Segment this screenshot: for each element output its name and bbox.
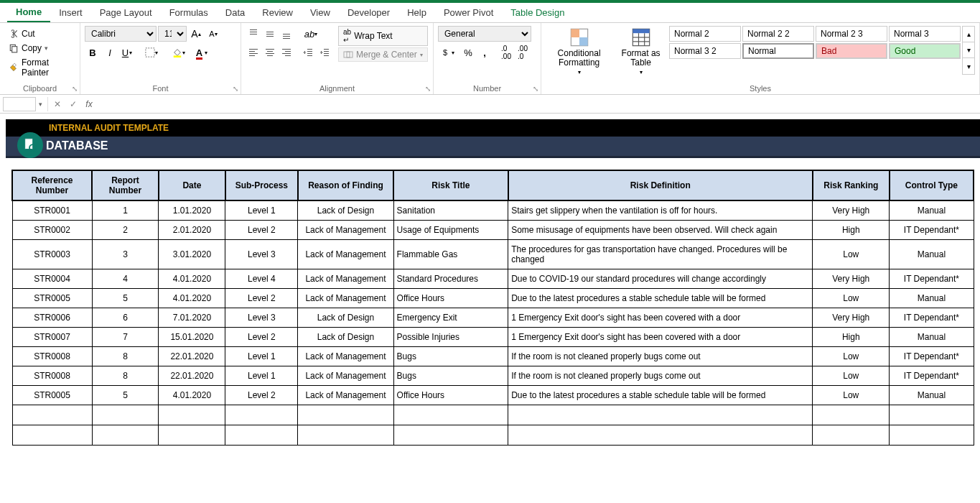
cell-style-normal-3[interactable]: Normal 3 — [889, 26, 961, 42]
tab-developer[interactable]: Developer — [339, 3, 398, 22]
cell-date[interactable]: 15.01.2020 — [159, 328, 225, 347]
table-row[interactable]: STR000111.01.2020Level 1Lack of DesignSa… — [12, 200, 974, 221]
table-row[interactable]: STR000222.01.2020Level 2Lack of Manageme… — [12, 221, 974, 240]
cell-title[interactable]: Bugs — [393, 366, 508, 386]
cell-ctrl[interactable]: IT Dependant* — [890, 269, 974, 289]
column-header[interactable]: Control Type — [890, 170, 974, 200]
cell-rank[interactable]: Low — [813, 366, 890, 386]
column-header[interactable]: Risk Ranking — [813, 170, 890, 200]
underline-button[interactable]: U▾ — [119, 45, 135, 60]
clipboard-dialog-launcher[interactable]: ⤡ — [72, 85, 78, 93]
cell-title[interactable]: Usage of Equipments — [393, 221, 508, 240]
bold-button[interactable]: B — [85, 45, 101, 60]
cell-rep[interactable]: 5 — [92, 289, 159, 308]
cell-reason[interactable]: Lack of Design — [298, 308, 393, 328]
cell-ctrl[interactable]: IT Dependant* — [890, 308, 974, 328]
cell-date[interactable]: 7.01.2020 — [159, 308, 225, 328]
audit-table[interactable]: Reference NumberReport NumberDateSub-Pro… — [11, 170, 974, 446]
cell-rep[interactable]: 2 — [92, 221, 159, 240]
cell-def[interactable]: The procedures for gas transportation ha… — [508, 240, 813, 269]
accounting-format-button[interactable]: $▾ — [438, 45, 459, 60]
cell-reason[interactable]: Lack of Management — [298, 366, 393, 386]
number-dialog-launcher[interactable]: ⤡ — [533, 85, 538, 93]
cell-empty[interactable] — [225, 425, 298, 446]
cell-sub[interactable]: Level 1 — [225, 366, 298, 386]
cell-rep[interactable]: 1 — [92, 200, 159, 221]
column-header[interactable]: Sub-Process — [225, 170, 298, 200]
column-header[interactable]: Reason of Finding — [298, 170, 393, 200]
cell-ref[interactable]: STR0004 — [12, 269, 92, 289]
name-box[interactable] — [3, 97, 36, 111]
cell-reason[interactable]: Lack of Management — [298, 386, 393, 405]
cell-date[interactable]: 4.01.2020 — [159, 289, 225, 308]
merge-center-button[interactable]: Merge & Center ▾ — [338, 47, 428, 62]
cell-empty[interactable] — [813, 405, 890, 425]
cell-ref[interactable]: STR0003 — [12, 240, 92, 269]
cell-date[interactable]: 3.01.2020 — [159, 240, 225, 269]
table-row[interactable]: STR0008822.01.2020Level 1Lack of Managem… — [12, 366, 974, 386]
cell-sub[interactable]: Level 2 — [225, 221, 298, 240]
cell-ref[interactable]: STR0008 — [12, 366, 92, 386]
cell-ctrl[interactable]: Manual — [890, 200, 974, 221]
cell-sub[interactable]: Level 2 — [225, 386, 298, 405]
cell-sub[interactable]: Level 2 — [225, 289, 298, 308]
cell-date[interactable]: 2.01.2020 — [159, 221, 225, 240]
cell-rep[interactable]: 3 — [92, 240, 159, 269]
tab-view[interactable]: View — [302, 3, 339, 22]
cell-date[interactable]: 1.01.2020 — [159, 200, 225, 221]
cell-reason[interactable]: Lack of Management — [298, 269, 393, 289]
cell-empty[interactable] — [890, 425, 974, 446]
align-top-button[interactable] — [246, 26, 261, 42]
cell-ref[interactable]: STR0001 — [12, 200, 92, 221]
format-as-table-button[interactable]: Format as Table ▾ — [615, 26, 666, 77]
italic-button[interactable]: I — [102, 45, 118, 60]
cell-ctrl[interactable]: Manual — [890, 386, 974, 405]
cancel-formula-button[interactable]: ✕ — [50, 96, 65, 112]
cell-reason[interactable]: Lack of Management — [298, 347, 393, 366]
cell-reason[interactable]: Lack of Design — [298, 200, 393, 221]
cell-reason[interactable]: Lack of Management — [298, 240, 393, 269]
tab-formulas[interactable]: Formulas — [161, 3, 217, 22]
cell-def[interactable]: Due to the latest procedures a stable sc… — [508, 386, 813, 405]
align-left-button[interactable] — [246, 45, 261, 60]
styles-scroll-down[interactable]: ▾ — [963, 42, 974, 58]
cell-title[interactable]: Sanitation — [393, 200, 508, 221]
fill-color-button[interactable]: ▾ — [168, 45, 190, 60]
alignment-dialog-launcher[interactable]: ⤡ — [425, 85, 431, 93]
cell-date[interactable]: 22.01.2020 — [159, 347, 225, 366]
tab-table-design[interactable]: Table Design — [502, 3, 573, 22]
increase-indent-button[interactable] — [317, 45, 332, 60]
column-header[interactable]: Risk Title — [393, 170, 508, 200]
cell-title[interactable]: Possible Injuries — [393, 328, 508, 347]
cell-title[interactable]: Standard Procedures — [393, 269, 508, 289]
table-row[interactable]: STR000444.01.2020Level 4Lack of Manageme… — [12, 269, 974, 289]
column-header[interactable]: Date — [159, 170, 225, 200]
cell-sub[interactable]: Level 4 — [225, 269, 298, 289]
cell-ctrl[interactable]: Manual — [890, 289, 974, 308]
align-middle-button[interactable] — [262, 26, 278, 42]
table-row[interactable]: STR000333.01.2020Level 3Lack of Manageme… — [12, 240, 974, 269]
cell-date[interactable]: 4.01.2020 — [159, 386, 225, 405]
align-bottom-button[interactable] — [279, 26, 294, 42]
cell-rank[interactable]: Low — [813, 240, 890, 269]
cell-style-bad[interactable]: Bad — [816, 43, 887, 59]
cell-title[interactable]: Office Hours — [393, 386, 508, 405]
cell-style-normal-2[interactable]: Normal 2 — [669, 26, 741, 42]
comma-button[interactable]: , — [477, 45, 493, 60]
cell-ctrl[interactable]: Manual — [890, 240, 974, 269]
tab-home[interactable]: Home — [7, 3, 50, 22]
cell-rank[interactable]: Very High — [813, 308, 890, 328]
decrease-indent-button[interactable] — [300, 45, 316, 60]
table-row[interactable]: STR000667.01.2020Level 3Lack of DesignEm… — [12, 308, 974, 328]
cell-title[interactable]: Bugs — [393, 347, 508, 366]
enter-formula-button[interactable]: ✓ — [65, 96, 81, 112]
cell-empty[interactable] — [12, 425, 92, 446]
cell-ctrl[interactable]: IT Dependant* — [890, 347, 974, 366]
table-row[interactable]: STR0008822.01.2020Level 1Lack of Managem… — [12, 347, 974, 366]
align-right-button[interactable] — [279, 45, 294, 60]
cell-def[interactable]: Some misusage of equipments have been ob… — [508, 221, 813, 240]
cell-empty[interactable] — [159, 405, 225, 425]
cell-empty[interactable] — [225, 405, 298, 425]
cell-empty[interactable] — [92, 425, 159, 446]
cell-def[interactable]: If the room is not cleaned properly bugs… — [508, 347, 813, 366]
